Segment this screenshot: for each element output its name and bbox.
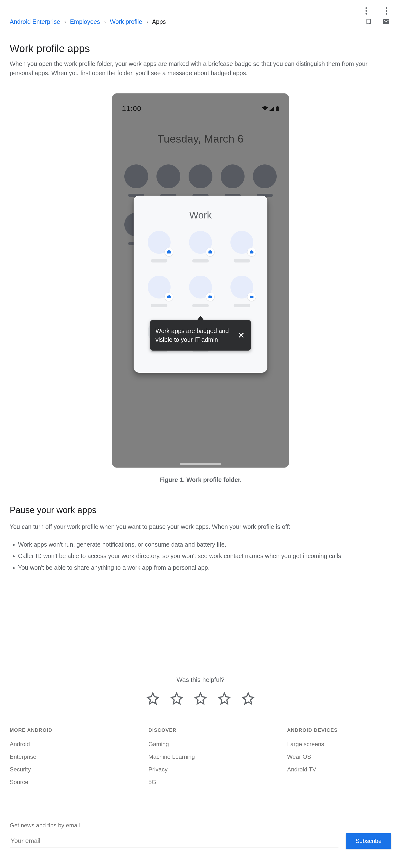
- figure-caption: Figure 1. Work profile folder.: [159, 476, 242, 484]
- star-button[interactable]: [146, 692, 159, 705]
- site-footer: MORE ANDROID Android Enterprise Security…: [10, 727, 391, 849]
- list-item: You won't be able to share anything to a…: [18, 562, 391, 574]
- breadcrumb-link[interactable]: Work profile: [110, 18, 142, 25]
- tooltip-text: Work apps are badged and visible to your…: [155, 327, 232, 344]
- chevron-right-icon: ›: [64, 18, 66, 25]
- footer-col-title: MORE ANDROID: [10, 727, 73, 733]
- page-description: When you open the work profile folder, y…: [10, 59, 387, 78]
- work-app-item[interactable]: [230, 276, 253, 307]
- list-item: Caller ID won't be able to access your w…: [18, 550, 391, 562]
- phone-mock: 11:00 Tuesday, March 6 Work: [112, 93, 289, 468]
- svg-point-3: [386, 7, 388, 9]
- page-title: Work profile apps: [10, 43, 387, 55]
- star-button[interactable]: [242, 692, 255, 705]
- email-field[interactable]: [10, 834, 338, 848]
- star-button[interactable]: [194, 692, 207, 705]
- section-heading: Pause your work apps: [10, 505, 391, 515]
- work-app-item[interactable]: [148, 276, 171, 307]
- star-button[interactable]: [218, 692, 231, 705]
- footer-link[interactable]: Android TV: [287, 763, 350, 776]
- svg-point-2: [366, 13, 367, 14]
- list-item: Work apps won't run, generate notificati…: [18, 539, 391, 551]
- star-button[interactable]: [170, 692, 183, 705]
- breadcrumb: Android Enterprise › Employees › Work pr…: [10, 17, 391, 27]
- subscribe-title: Get news and tips by email: [10, 822, 391, 829]
- footer-col-title: ANDROID DEVICES: [287, 727, 350, 733]
- bookmark-button[interactable]: [364, 17, 374, 27]
- briefcase-badge-icon: [165, 293, 173, 301]
- svg-point-1: [366, 10, 367, 12]
- footer-link[interactable]: Source: [10, 776, 73, 788]
- briefcase-badge-icon: [247, 293, 256, 301]
- subscribe-button[interactable]: Subscribe: [346, 833, 391, 849]
- svg-point-0: [366, 7, 367, 9]
- footer-link[interactable]: Enterprise: [10, 750, 73, 763]
- feature-list: Work apps won't run, generate notificati…: [10, 539, 391, 574]
- svg-point-4: [386, 10, 388, 12]
- chevron-right-icon: ›: [104, 18, 106, 25]
- rating-stars: [10, 692, 391, 705]
- work-app-item[interactable]: [148, 231, 171, 262]
- breadcrumb-link[interactable]: Employees: [70, 18, 100, 25]
- kebab-menu-button[interactable]: [382, 6, 391, 16]
- work-app-item[interactable]: [189, 276, 212, 307]
- breadcrumb-link[interactable]: Android Enterprise: [10, 18, 60, 25]
- briefcase-badge-icon: [206, 293, 214, 301]
- svg-point-5: [386, 13, 388, 14]
- work-folder-modal: Work: [133, 195, 268, 373]
- footer-link[interactable]: 5G: [148, 776, 212, 788]
- footer-link[interactable]: Android: [10, 738, 73, 750]
- folder-title: Work: [141, 210, 260, 221]
- kebab-menu-button[interactable]: [362, 6, 371, 16]
- chevron-right-icon: ›: [146, 18, 148, 25]
- footer-col-title: DISCOVER: [148, 727, 212, 733]
- gesture-bar: [180, 463, 221, 465]
- footer-link[interactable]: Machine Learning: [148, 750, 212, 763]
- breadcrumb-current: Apps: [152, 18, 166, 25]
- section-lead: You can turn off your work profile when …: [10, 522, 389, 532]
- briefcase-badge-icon: [247, 248, 256, 256]
- work-app-item[interactable]: [230, 231, 253, 262]
- rating-question: Was this helpful?: [10, 676, 391, 684]
- footer-link[interactable]: Wear OS: [287, 750, 350, 763]
- work-app-item[interactable]: [189, 231, 212, 262]
- tooltip: Work apps are badged and visible to your…: [150, 316, 251, 350]
- footer-link[interactable]: Privacy: [148, 763, 212, 776]
- briefcase-badge-icon: [165, 248, 173, 256]
- footer-link[interactable]: Gaming: [148, 738, 212, 750]
- footer-link[interactable]: Security: [10, 763, 73, 776]
- close-button[interactable]: [237, 331, 246, 340]
- footer-link[interactable]: Large screens: [287, 738, 350, 750]
- mail-button[interactable]: [381, 17, 391, 27]
- briefcase-badge-icon: [206, 248, 214, 256]
